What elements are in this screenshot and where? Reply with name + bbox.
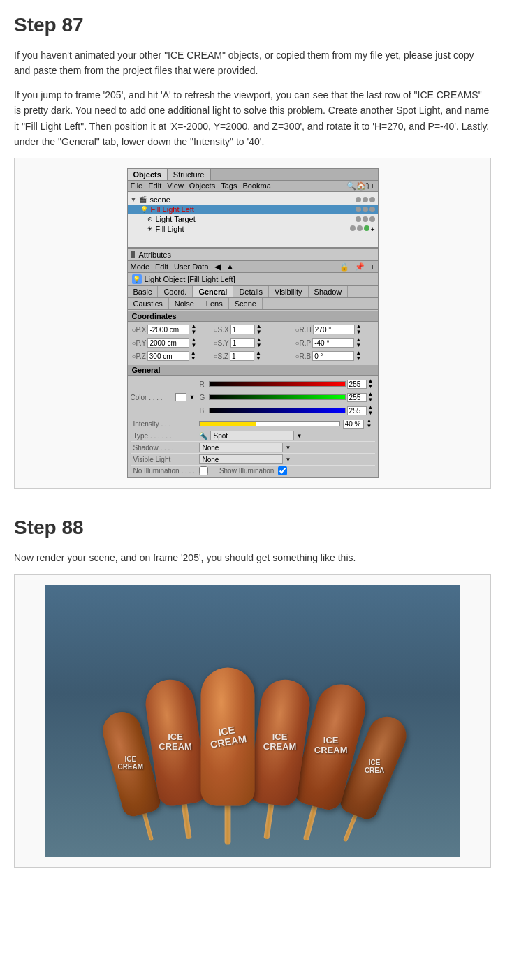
structure-tab[interactable]: Structure xyxy=(168,169,211,180)
back-arrow[interactable]: ◀ xyxy=(214,262,221,272)
pos-x-stepper[interactable]: ▲▼ xyxy=(191,324,196,335)
rot-b-stepper[interactable]: ▲▼ xyxy=(356,350,361,362)
bar-stick-6 xyxy=(342,815,357,842)
attr-mode[interactable]: Mode xyxy=(131,262,150,271)
scale-y-stepper[interactable]: ▲▼ xyxy=(256,337,262,348)
attributes-label: Attributes xyxy=(139,251,171,259)
color-swatch[interactable] xyxy=(175,393,186,401)
r-input[interactable] xyxy=(347,380,367,389)
intensity-input[interactable] xyxy=(343,420,364,429)
scale-z-input[interactable] xyxy=(230,351,254,361)
pos-z-stepper[interactable]: ▲▼ xyxy=(191,350,196,362)
dot8 xyxy=(363,216,368,222)
menu-file[interactable]: File xyxy=(131,181,143,191)
tab-noise[interactable]: Noise xyxy=(169,298,200,309)
fill-light-icon: ✳ xyxy=(147,225,153,232)
tab-coord[interactable]: Coord. xyxy=(158,286,193,297)
fill-light-dots: + xyxy=(350,225,375,233)
fill-light-left-row[interactable]: 💡 Fill Light Left xyxy=(128,205,378,214)
menu-view[interactable]: View xyxy=(167,181,184,191)
type-value[interactable]: Spot xyxy=(210,431,294,440)
light-object-title: Light Object [Fill Light Left] xyxy=(145,275,235,283)
g-channel-row: G ▲▼ xyxy=(198,391,374,403)
menu-bookmarks[interactable]: Bookma xyxy=(242,181,270,191)
pos-z-label: ○P.Z xyxy=(132,352,146,360)
general-section-title: General xyxy=(128,365,378,376)
no-illumination-checkbox[interactable] xyxy=(199,466,208,475)
tab-caustics[interactable]: Caustics xyxy=(128,298,169,309)
rot-b-input[interactable] xyxy=(312,351,354,361)
r-label: R xyxy=(199,380,207,388)
scale-y-input[interactable] xyxy=(230,338,255,348)
rot-p-label: ○R.P xyxy=(295,339,312,347)
rot-p-input[interactable] xyxy=(312,338,354,348)
fill-light-row[interactable]: ✳ Fill Light + xyxy=(128,224,378,234)
tab-general[interactable]: General xyxy=(193,286,233,297)
step-87-para-1: If you haven't animated your other "ICE … xyxy=(14,47,491,79)
tab-basic[interactable]: Basic xyxy=(128,286,159,297)
tab-shadow[interactable]: Shadow xyxy=(309,286,349,297)
b-bar-container xyxy=(209,408,345,413)
menu-objects[interactable]: Objects xyxy=(189,181,215,191)
rot-h-input[interactable] xyxy=(313,325,355,334)
add-attr-btn[interactable]: + xyxy=(370,262,374,271)
g-input[interactable] xyxy=(347,393,367,402)
tab-lens[interactable]: Lens xyxy=(200,298,229,309)
pos-y-stepper[interactable]: ▲▼ xyxy=(191,337,196,348)
up-arrow[interactable]: ▲ xyxy=(226,262,235,272)
tab-details[interactable]: Details xyxy=(233,286,269,297)
pos-y-input[interactable] xyxy=(147,338,189,348)
light-target-row[interactable]: ⊙ Light Target xyxy=(128,214,378,224)
rgb-channels: R ▲▼ G ▲ xyxy=(198,378,374,417)
menu-edit[interactable]: Edit xyxy=(148,181,161,191)
intensity-row: Intensity . . . ▲▼ xyxy=(131,417,375,430)
attr-icon xyxy=(131,251,135,258)
color-expand[interactable]: ▼ xyxy=(189,394,196,401)
tab-visibility[interactable]: Visibility xyxy=(269,286,309,297)
rot-h-cell: ○R.H ▲▼ xyxy=(294,323,375,336)
rot-p-stepper[interactable]: ▲▼ xyxy=(356,337,361,348)
intensity-bar-fill xyxy=(200,422,256,426)
spot-icon: 🔦 xyxy=(199,432,207,440)
b-label: B xyxy=(199,407,207,415)
b-input[interactable] xyxy=(347,406,367,415)
screenshot-box-87: Objects Structure File Edit View Objects… xyxy=(14,158,491,489)
scale-z-cell: ○S.Z ▲▼ xyxy=(212,350,293,362)
lock-icon: 🔒 xyxy=(339,262,349,272)
scale-y-cell: ○S.Y ▲▼ xyxy=(212,336,293,349)
pos-z-input[interactable] xyxy=(147,351,189,361)
shadow-value[interactable]: None xyxy=(199,443,283,452)
show-illumination-label: Show Illumination xyxy=(219,467,274,475)
attr-user-data[interactable]: User Data xyxy=(174,262,209,271)
r-stepper[interactable]: ▲▼ xyxy=(368,378,374,389)
shadow-dropdown-arrow[interactable]: ▼ xyxy=(286,445,291,451)
scene-row: ▼ 🎬 scene xyxy=(128,195,378,205)
show-illumination-checkbox[interactable] xyxy=(278,466,287,475)
coordinates-section-title: Coordinates xyxy=(128,311,378,322)
pos-x-cell: ○P.X ▲▼ xyxy=(131,323,212,336)
dot4 xyxy=(356,207,361,212)
type-dropdown-arrow[interactable]: ▼ xyxy=(297,433,302,439)
rot-h-stepper[interactable]: ▲▼ xyxy=(356,324,362,335)
intensity-stepper[interactable]: ▲▼ xyxy=(367,418,372,429)
scale-x-input[interactable] xyxy=(230,325,255,334)
objects-tab[interactable]: Objects xyxy=(128,169,168,180)
color-main-row: Color . . . . ▼ R ▲▼ xyxy=(131,377,375,417)
fill-light-label: Fill Light xyxy=(156,225,184,233)
tab-scene[interactable]: Scene xyxy=(229,298,263,309)
menu-tags[interactable]: Tags xyxy=(221,181,237,191)
cinema4d-ui: Objects Structure File Edit View Objects… xyxy=(127,168,379,478)
scale-x-stepper[interactable]: ▲▼ xyxy=(256,324,262,335)
attr-edit[interactable]: Edit xyxy=(155,262,168,271)
visible-light-dropdown-arrow[interactable]: ▼ xyxy=(286,456,291,463)
add-btn[interactable]: + xyxy=(371,225,375,233)
bar-stick-2 xyxy=(181,803,191,839)
scale-z-stepper[interactable]: ▲▼ xyxy=(256,350,261,362)
rot-h-label: ○R.H xyxy=(295,326,312,334)
bar-text-2: ICECREAM xyxy=(159,732,192,752)
b-stepper[interactable]: ▲▼ xyxy=(368,405,374,416)
visible-light-value[interactable]: None xyxy=(199,454,283,464)
objects-tab-bar: Objects Structure xyxy=(128,169,378,181)
g-stepper[interactable]: ▲▼ xyxy=(368,392,374,403)
pos-x-input[interactable] xyxy=(147,325,189,334)
